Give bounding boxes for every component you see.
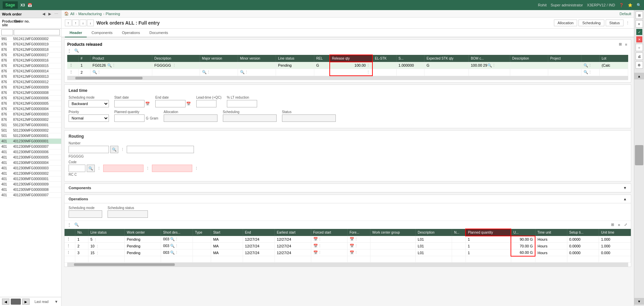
ops-expand-btn[interactable]: ⤢ [623, 222, 628, 227]
table-row[interactable]: ⋮ 1 FG0126🔍⋮ FGGGGG⋮ Pending G 100.00⋮ 1… [67, 62, 628, 69]
operations-horiz-scroll[interactable] [67, 263, 628, 267]
table-row[interactable]: ⋮ 3 15⋮ Pending 003🔍⋮ MA 12/27/24 12/27/… [65, 249, 631, 256]
nav-next-btn[interactable]: ↓ [80, 20, 86, 26]
priority-select[interactable]: Normal [69, 114, 109, 122]
right-panel-printer-btn[interactable]: 🖨 [636, 53, 643, 60]
breadcrumb-home-icon[interactable]: 🏠 [64, 11, 69, 16]
sidebar-list-item[interactable]: 4014012308MFG00000001 [0, 176, 61, 182]
ops-grid-btn[interactable]: ⊞ [610, 222, 615, 227]
more-options-btn[interactable]: ⋮ [625, 21, 631, 26]
sidebar-list-item[interactable]: 4014012305MFG00000009 [0, 182, 61, 187]
tab-header[interactable]: Header [65, 29, 87, 37]
right-panel-list-btn[interactable]: ≡ [636, 20, 643, 28]
sidebar-forward-btn[interactable]: ▶ [22, 299, 30, 305]
products-scroll-bar[interactable] [67, 76, 628, 80]
tab-operations[interactable]: Operations [117, 29, 145, 37]
sidebar-list-item[interactable]: 4014012308MFG00000003 [0, 166, 61, 171]
sidebar-list-item[interactable]: 8768762412MFG00000014 [0, 69, 61, 74]
sidebar-list-item[interactable]: 8768762412MFG00000018 [0, 47, 61, 53]
sidebar-list-item[interactable]: 4014012308MFG00000005 [0, 155, 61, 160]
sidebar-list-item[interactable]: 8768762412MFG00000005 [0, 101, 61, 106]
lead-time-qc-input[interactable]: 0 [196, 100, 216, 107]
sidebar-menu-btn[interactable]: ⋯ [53, 11, 59, 16]
start-date-calendar-icon[interactable]: 📅 [145, 102, 150, 106]
sidebar-list-item[interactable]: 4014012308MFG00000002 [0, 171, 61, 176]
minor-version-input[interactable] [152, 165, 192, 172]
sidebar-list-item[interactable]: 4014012309MFG00000001 [0, 139, 61, 144]
table-row[interactable]: ⋮ 2 🔍⋮ 🔍⋮ 🔍⋮ ⋮ 🔍⋮ [67, 69, 628, 76]
breadcrumb-all[interactable]: All [70, 12, 74, 16]
sidebar-list-item[interactable]: 8768762412MFG00000006 [0, 96, 61, 101]
routing-code-search-btn[interactable]: 🔍 [87, 165, 95, 172]
sidebar-list-item[interactable]: 5015912307MFG00000001 [0, 123, 61, 128]
sidebar-list-item[interactable]: 9915912411MFG00000002 [0, 36, 61, 42]
sidebar-list-item[interactable]: 8768762412MFG00000009 [0, 85, 61, 90]
sidebar-list-item[interactable]: 5015012306MFG00000001 [0, 133, 61, 139]
sidebar-list-item[interactable]: 4014012308MFG00000006 [0, 149, 61, 155]
minor-version-menu-btn[interactable]: ⋮ [194, 166, 199, 171]
planned-qty-input[interactable]: 100.00 [114, 114, 145, 122]
scrollbar-down-btn[interactable]: ▼ [634, 298, 644, 305]
sidebar-list-item[interactable]: 8768762412MFG00000003 [0, 112, 61, 117]
sidebar-list-item[interactable]: 4014012305MFG00000008 [0, 187, 61, 193]
tab-components[interactable]: Components [87, 29, 117, 37]
end-date-calendar-icon[interactable]: 📅 [186, 102, 191, 106]
lt-reduction-input[interactable] [227, 100, 257, 107]
status-btn[interactable]: Status [606, 20, 623, 26]
right-panel-settings-btn[interactable]: ⚙ [636, 61, 643, 69]
tab-documents[interactable]: Documents [145, 29, 173, 37]
sidebar-back-btn[interactable]: ◀ [2, 299, 9, 305]
major-version-input[interactable] [103, 165, 144, 172]
sidebar-list-item[interactable]: 8768762412MFG00000012 [0, 79, 61, 85]
ops-search-btn[interactable]: 🔍 [73, 222, 80, 227]
sidebar-list-item[interactable]: 5015012306MFG00000002 [0, 128, 61, 133]
operations-collapse-icon[interactable]: ▲ [623, 197, 627, 201]
nav-prev-btn[interactable]: ↑ [72, 20, 79, 26]
routing-code-input[interactable]: 29 [69, 165, 85, 172]
search-globe-icon[interactable]: 🔍 [637, 3, 641, 7]
right-panel-grid-btn[interactable]: ⊞ [636, 11, 643, 19]
routing-number-search-btn[interactable]: 🔍 [110, 146, 118, 153]
end-date-input[interactable]: 12/27/24 [155, 100, 186, 107]
products-search-btn[interactable]: 🔍 [73, 48, 80, 53]
sidebar-list-item[interactable]: 8768762412MFG00000013 [0, 74, 61, 79]
table-row[interactable] [65, 256, 631, 263]
production-site-filter[interactable] [1, 29, 13, 35]
sidebar-list-item[interactable]: 8768762412MFG00000002 [0, 117, 61, 123]
nav-first-btn[interactable]: ↑ [65, 20, 72, 26]
breadcrumb-default[interactable]: Default [619, 12, 631, 16]
nav-last-btn[interactable]: ↓ [87, 20, 94, 26]
breadcrumb-manufacturing[interactable]: Manufacturing [78, 12, 102, 16]
scheduling-mode-select[interactable]: Backward [69, 100, 109, 107]
order-no-filter[interactable] [14, 29, 60, 35]
sidebar-list-item[interactable]: 4014012308MFG00000007 [0, 144, 61, 149]
routing-code-menu-btn[interactable]: ⋮ [96, 166, 102, 171]
calendar-icon[interactable]: 📅 [28, 3, 32, 7]
products-menu-btn[interactable]: ⋮ [67, 48, 71, 53]
start-date-input[interactable]: 12/27/24 [114, 100, 145, 107]
ops-menu-btn[interactable]: ⋮ [67, 223, 71, 227]
breadcrumb-planning[interactable]: Planning [106, 12, 120, 16]
routing-number-desc-input[interactable] [127, 146, 194, 153]
right-panel-circle-btn[interactable]: ○ [636, 44, 643, 51]
sidebar-collapse-btn[interactable]: ▼ [53, 299, 59, 304]
sidebar-list-item[interactable]: 8768762412MFG00000019 [0, 42, 61, 47]
components-header[interactable]: Components ▼ [65, 184, 631, 192]
sidebar-list-item[interactable]: 8768762412MFG00000016 [0, 58, 61, 63]
table-row[interactable]: ⋮ 2 10⋮ Pending 003🔍⋮ MA 12/27/24 12/27/… [65, 243, 631, 249]
sidebar-list-item[interactable]: 8768762412MFG00000008 [0, 90, 61, 96]
sidebar-list-item[interactable]: 8768762412MFG00000015 [0, 63, 61, 69]
sidebar-prev-btn[interactable]: ◀ [41, 11, 46, 16]
sidebar-list-item[interactable]: 4014012305MFG00000007 [0, 193, 61, 198]
sidebar-list-item[interactable]: 8768762412MFG00000004 [0, 106, 61, 112]
routing-number-menu-btn[interactable]: ⋮ [120, 147, 125, 152]
sidebar-list-item[interactable]: 8768762412MFG00000017 [0, 53, 61, 58]
star-icon[interactable]: ⭐ [628, 3, 633, 7]
major-version-menu-btn[interactable]: ⋮ [145, 166, 151, 171]
scrollbar-up-btn[interactable]: ▲ [634, 73, 644, 79]
ops-list-btn[interactable]: ≡ [617, 223, 621, 227]
products-table-icon1[interactable]: ⊞ [618, 42, 623, 47]
scheduling-btn[interactable]: Scheduling [578, 20, 604, 26]
products-table-icon2[interactable]: ≡ [624, 42, 628, 47]
routing-number-input[interactable]: FG0126 [69, 146, 109, 153]
